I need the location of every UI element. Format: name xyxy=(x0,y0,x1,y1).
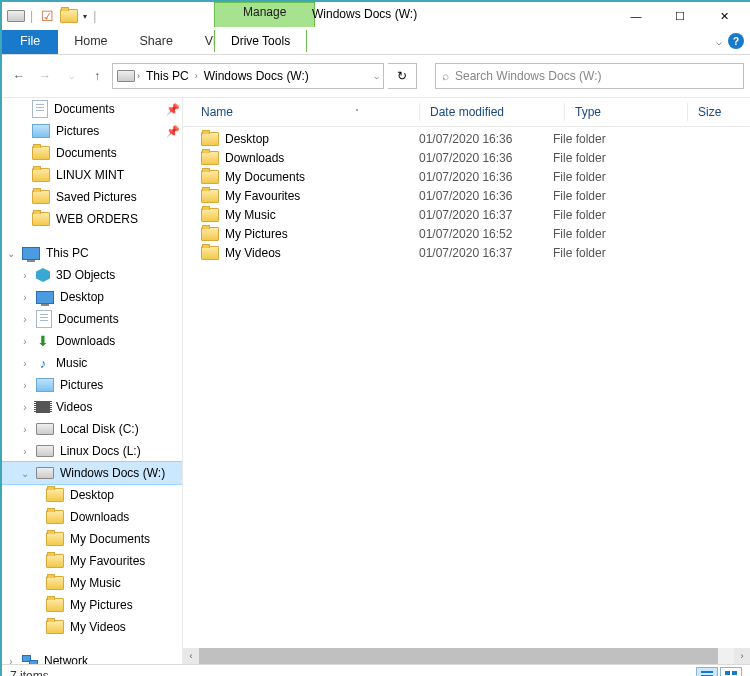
file-row[interactable]: Downloads01/07/2020 16:36File folder xyxy=(183,148,750,167)
address-dropdown-icon[interactable]: ⌵ xyxy=(374,71,379,81)
tree-item-label: Pictures xyxy=(58,378,103,392)
up-button[interactable]: ↑ xyxy=(86,65,108,87)
tree-folder-item[interactable]: My Documents xyxy=(2,528,182,550)
expand-icon[interactable]: › xyxy=(18,314,32,325)
crumb-this-pc[interactable]: This PC xyxy=(142,69,193,83)
status-bar: 7 items xyxy=(2,664,750,676)
collapse-icon[interactable]: ⌄ xyxy=(4,248,18,259)
file-row[interactable]: My Music01/07/2020 16:37File folder xyxy=(183,205,750,224)
tree-this-pc-item[interactable]: ›3D Objects xyxy=(2,264,182,286)
expand-icon[interactable]: › xyxy=(18,358,32,369)
expand-icon[interactable]: › xyxy=(18,336,32,347)
tree-this-pc-item[interactable]: ›Linux Docs (L:) xyxy=(2,440,182,462)
recent-dropdown-icon[interactable]: ⌵ xyxy=(60,65,82,87)
minimize-button[interactable]: — xyxy=(614,2,658,30)
sort-ascending-icon: ˄ xyxy=(355,108,359,117)
expand-icon[interactable]: › xyxy=(18,402,32,413)
drive-icon xyxy=(36,445,54,457)
column-date[interactable]: Date modified xyxy=(419,103,564,121)
tree-this-pc-item[interactable]: ›Pictures xyxy=(2,374,182,396)
file-row[interactable]: My Pictures01/07/2020 16:52File folder xyxy=(183,224,750,243)
thumbnails-view-button[interactable] xyxy=(720,667,742,676)
file-name: My Pictures xyxy=(225,227,288,241)
file-list[interactable]: Desktop01/07/2020 16:36File folderDownlo… xyxy=(183,127,750,648)
svg-rect-0 xyxy=(701,671,713,673)
horizontal-scrollbar[interactable]: ‹ › xyxy=(183,648,750,664)
tree-quick-access-item[interactable]: WEB ORDERS xyxy=(2,208,182,230)
tree-folder-item[interactable]: My Pictures xyxy=(2,594,182,616)
file-row[interactable]: Desktop01/07/2020 16:36File folder xyxy=(183,129,750,148)
contextual-tab-manage[interactable]: Manage xyxy=(214,2,315,27)
expand-icon[interactable]: › xyxy=(18,270,32,281)
separator: | xyxy=(93,9,96,23)
chevron-right-icon[interactable]: › xyxy=(137,71,140,81)
tree-this-pc[interactable]: ⌄ This PC xyxy=(2,242,182,264)
details-view-button[interactable] xyxy=(696,667,718,676)
tree-folder-item[interactable]: Desktop xyxy=(2,484,182,506)
folder-icon xyxy=(201,170,219,184)
column-type[interactable]: Type xyxy=(564,103,687,121)
pc-icon xyxy=(22,247,40,260)
tree-this-pc-item[interactable]: ›♪Music xyxy=(2,352,182,374)
3d-objects-icon xyxy=(36,268,50,282)
network-icon xyxy=(22,655,38,664)
expand-icon[interactable]: › xyxy=(4,656,18,665)
search-icon: ⌕ xyxy=(442,69,449,83)
collapse-icon[interactable]: ⌄ xyxy=(18,468,32,479)
help-icon[interactable]: ? xyxy=(728,33,744,49)
properties-icon[interactable]: ☑ xyxy=(39,8,55,24)
tree-network[interactable]: › Network xyxy=(2,650,182,664)
expand-icon[interactable]: › xyxy=(18,292,32,303)
tab-home[interactable]: Home xyxy=(58,30,123,54)
close-button[interactable]: ✕ xyxy=(702,2,746,30)
file-row[interactable]: My Documents01/07/2020 16:36File folder xyxy=(183,167,750,186)
scroll-right-icon[interactable]: › xyxy=(734,648,750,664)
tree-this-pc-item[interactable]: ›Documents xyxy=(2,308,182,330)
file-row[interactable]: My Favourites01/07/2020 16:36File folder xyxy=(183,186,750,205)
tree-this-pc-item[interactable]: ›Local Disk (C:) xyxy=(2,418,182,440)
tree-current-drive[interactable]: ⌄ Windows Docs (W:) xyxy=(2,462,182,484)
window-controls: — ☐ ✕ xyxy=(614,2,746,30)
tree-folder-item[interactable]: Downloads xyxy=(2,506,182,528)
scroll-left-icon[interactable]: ‹ xyxy=(183,648,199,664)
expand-icon[interactable]: › xyxy=(18,424,32,435)
qat-dropdown-icon[interactable]: ▾ xyxy=(83,12,87,21)
tree-this-pc-item[interactable]: ›Desktop xyxy=(2,286,182,308)
tree-item-label: Linux Docs (L:) xyxy=(58,444,141,458)
tree-this-pc-item[interactable]: ›Videos xyxy=(2,396,182,418)
column-size[interactable]: Size xyxy=(687,103,750,121)
tab-file[interactable]: File xyxy=(2,30,58,54)
tree-folder-item[interactable]: My Favourites xyxy=(2,550,182,572)
tree-quick-access-item[interactable]: Documents📌 xyxy=(2,98,182,120)
chevron-right-icon[interactable]: › xyxy=(195,71,198,81)
tab-drive-tools[interactable]: Drive Tools xyxy=(214,30,307,52)
forward-button[interactable]: → xyxy=(34,65,56,87)
file-name: Desktop xyxy=(225,132,269,146)
column-name[interactable]: Name ˄ xyxy=(201,105,419,119)
tree-quick-access-item[interactable]: Saved Pictures xyxy=(2,186,182,208)
navigation-pane[interactable]: Documents📌Pictures📌DocumentsLINUX MINTSa… xyxy=(2,98,183,664)
tree-this-pc-item[interactable]: ›⬇Downloads xyxy=(2,330,182,352)
maximize-button[interactable]: ☐ xyxy=(658,2,702,30)
back-button[interactable]: ← xyxy=(8,65,30,87)
tree-folder-item[interactable]: My Music xyxy=(2,572,182,594)
refresh-button[interactable]: ↻ xyxy=(388,63,417,89)
file-list-pane: Name ˄ Date modified Type Size Desktop01… xyxy=(183,98,750,664)
ribbon-expand-icon[interactable]: ⌵ xyxy=(716,36,722,47)
expand-icon[interactable]: › xyxy=(18,380,32,391)
file-row[interactable]: My Videos01/07/2020 16:37File folder xyxy=(183,243,750,262)
search-input[interactable]: ⌕ Search Windows Docs (W:) xyxy=(435,63,744,89)
crumb-current[interactable]: Windows Docs (W:) xyxy=(200,69,313,83)
tree-quick-access-item[interactable]: Pictures📌 xyxy=(2,120,182,142)
address-bar[interactable]: › This PC › Windows Docs (W:) ⌵ xyxy=(112,63,384,89)
tree-quick-access-item[interactable]: Documents xyxy=(2,142,182,164)
tree-quick-access-item[interactable]: LINUX MINT xyxy=(2,164,182,186)
tree-item-label: Local Disk (C:) xyxy=(58,422,139,436)
expand-icon[interactable]: › xyxy=(18,446,32,457)
tree-item-label: My Documents xyxy=(68,532,150,546)
tree-folder-item[interactable]: My Videos xyxy=(2,616,182,638)
new-folder-icon[interactable] xyxy=(61,8,77,24)
tab-share[interactable]: Share xyxy=(124,30,189,54)
folder-icon xyxy=(46,620,64,634)
file-name: Downloads xyxy=(225,151,284,165)
